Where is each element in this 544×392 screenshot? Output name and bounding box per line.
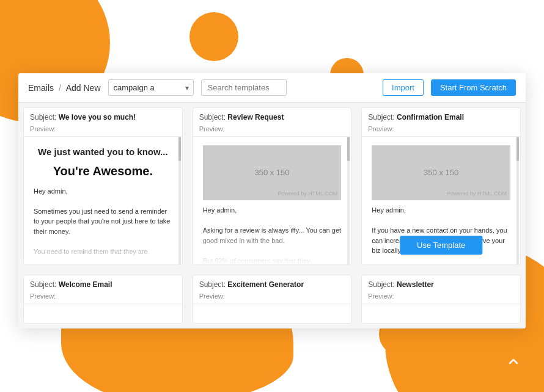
subject-value-1: We love you so much! xyxy=(59,113,136,122)
breadcrumb-separator: / xyxy=(59,83,61,93)
template-subject-1: Subject: We love you so much! xyxy=(24,108,182,124)
fade-overlay-1 xyxy=(24,228,182,264)
main-panel: Emails / Add New campaign a Import Start… xyxy=(18,73,526,328)
template-subject-2: Subject: Review Request xyxy=(193,108,351,124)
subject-label-5: Subject: xyxy=(199,280,228,289)
template-heading2-1: You're Awesome. xyxy=(34,162,172,180)
subject-label-1: Subject: xyxy=(30,113,59,122)
template-body-1: We just wanted you to know... You're Awe… xyxy=(24,136,182,264)
template-body-2: 350 x 150 Powered by HTML.COM Hey admin,… xyxy=(193,136,351,264)
start-from-scratch-button[interactable]: Start From Scratch xyxy=(431,79,516,96)
preview-label-6: Preview: xyxy=(362,291,520,303)
template-card-2: Subject: Review Request Preview: 350 x 1… xyxy=(193,107,352,265)
fade-overlay-2 xyxy=(193,228,351,264)
preview-label-3: Preview: xyxy=(362,124,520,136)
scrollbar-1[interactable] xyxy=(178,137,181,264)
subject-value-2: Review Request xyxy=(227,113,284,122)
preview-label-4: Preview: xyxy=(24,291,182,303)
template-card-1: Subject: We love you so much! Preview: W… xyxy=(23,107,183,265)
scrollbar-thumb-3 xyxy=(516,137,519,161)
template-card-5: Subject: Excitement Generator Preview: xyxy=(193,275,352,324)
img-label-2: 350 x 150 xyxy=(254,167,289,179)
preview-label-2: Preview: xyxy=(193,124,351,136)
templates-grid: Subject: We love you so much! Preview: W… xyxy=(18,103,526,328)
template-subject-5: Subject: Excitement Generator xyxy=(193,275,351,291)
breadcrumb: Emails / Add New xyxy=(28,83,101,93)
template-card-4: Subject: Welcome Email Preview: xyxy=(23,275,183,324)
template-subject-4: Subject: Welcome Email xyxy=(24,275,182,291)
panel-header: Emails / Add New campaign a Import Start… xyxy=(18,73,526,103)
chevron-up-icon xyxy=(508,356,519,367)
template-subject-6: Subject: Newsletter xyxy=(362,275,520,291)
subject-label-2: Subject: xyxy=(199,113,228,122)
preview-label-1: Preview: xyxy=(24,124,182,136)
campaign-select[interactable]: campaign a xyxy=(108,79,194,96)
scrollbar-thumb-1 xyxy=(178,137,181,161)
import-button[interactable]: Import xyxy=(383,79,424,96)
template-body-4 xyxy=(24,303,182,321)
preview-label-5: Preview: xyxy=(193,291,351,303)
search-templates-input[interactable] xyxy=(201,79,287,96)
placeholder-image-3: 350 x 150 Powered by HTML.COM xyxy=(372,145,510,200)
subject-value-3: Confirmation Email xyxy=(397,113,464,122)
subject-label-3: Subject: xyxy=(368,113,397,122)
subject-label-4: Subject: xyxy=(30,280,59,289)
breadcrumb-emails: Emails xyxy=(28,83,54,93)
subject-value-5: Excitement Generator xyxy=(227,280,304,289)
campaign-select-wrapper[interactable]: campaign a xyxy=(108,79,194,96)
use-template-button-3[interactable]: Use Template xyxy=(400,236,482,255)
template-heading1-1: We just wanted you to know... xyxy=(34,145,172,159)
scroll-to-top-button[interactable] xyxy=(500,348,527,375)
scrollbar-3[interactable] xyxy=(516,137,519,264)
template-card-3: Subject: Confirmation Email Preview: 350… xyxy=(361,107,521,265)
bg-decoration-2 xyxy=(189,12,238,61)
template-subject-3: Subject: Confirmation Email xyxy=(362,108,520,124)
template-body-6 xyxy=(362,303,520,321)
placeholder-image-2: 350 x 150 Powered by HTML.COM xyxy=(203,145,342,200)
template-body-5 xyxy=(193,303,351,321)
breadcrumb-current: Add New xyxy=(66,83,101,93)
scrollbar-2[interactable] xyxy=(347,137,350,264)
template-card-6: Subject: Newsletter Preview: xyxy=(361,275,521,324)
subject-value-4: Welcome Email xyxy=(59,280,112,289)
subject-value-6: Newsletter xyxy=(397,280,434,289)
img-watermark-3: Powered by HTML.COM xyxy=(447,190,507,198)
subject-label-6: Subject: xyxy=(368,280,397,289)
img-watermark-2: Powered by HTML.COM xyxy=(278,190,337,198)
img-label-3: 350 x 150 xyxy=(424,167,458,179)
scrollbar-thumb-2 xyxy=(347,137,350,161)
